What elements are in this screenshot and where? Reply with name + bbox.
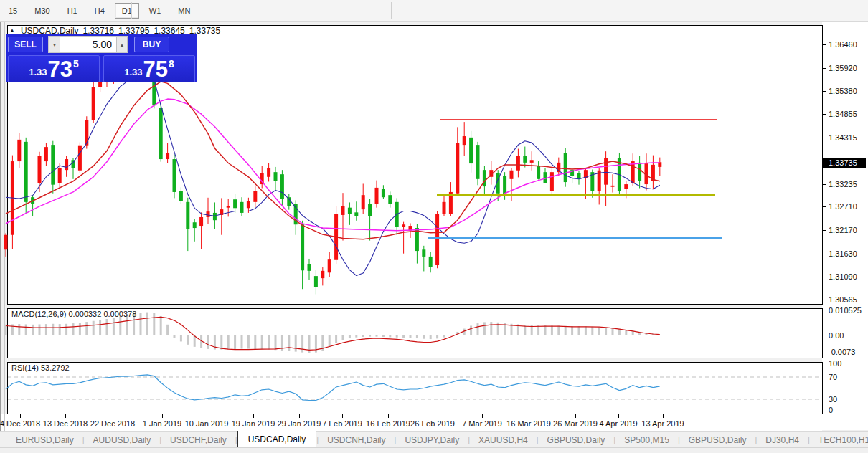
macd-bar [490, 322, 492, 335]
rsi-axis-label: 30 [829, 395, 837, 404]
chart-tab-tech100-h1[interactable]: TECH100,H1 [810, 433, 868, 447]
candle-body [308, 264, 311, 271]
date-label: 26 Mar 2019 [553, 419, 598, 428]
chart-tab-usdcad-daily[interactable]: USDCAD,Daily [237, 431, 317, 447]
macd-bar [174, 335, 176, 338]
sell-button[interactable]: SELL [8, 37, 43, 52]
svg-text:1.33735: 1.33735 [829, 158, 857, 167]
candle-body [193, 222, 197, 228]
chart-tab-gbpusd-daily[interactable]: GBPUSD,Daily [539, 433, 614, 447]
chart-tab-usdcnh-daily[interactable]: USDCNH,Daily [319, 433, 394, 447]
macd-bar [268, 335, 270, 350]
macd-bar [65, 324, 67, 335]
buy-button[interactable]: BUY [134, 37, 169, 52]
macd-bar [25, 324, 27, 335]
macd-bar [52, 324, 54, 335]
candle-body [469, 138, 473, 163]
macd-bar [166, 325, 169, 335]
candle-body [207, 211, 210, 217]
candle-body [328, 259, 331, 272]
candle-body [213, 213, 217, 220]
collapse-panel-icon[interactable]: ▲ [9, 27, 15, 34]
chart-tab-usdjpy-daily[interactable]: USDJPY,Daily [396, 433, 468, 447]
macd-bar [463, 329, 466, 335]
macd-bar [247, 335, 250, 349]
macd-bar [410, 335, 412, 338]
candle-body [577, 173, 581, 179]
macd-bar [59, 324, 61, 335]
macd-bar [220, 335, 222, 350]
macd-bar [591, 327, 593, 335]
chart-tab-sp500-m15[interactable]: SP500,M15 [615, 433, 678, 447]
macd-bar [153, 313, 155, 335]
macd-bar [605, 328, 607, 335]
candle-body [159, 108, 163, 159]
macd-bar [106, 319, 108, 335]
candle-wick [208, 198, 209, 224]
candle-body [4, 235, 8, 250]
macd-bar [146, 313, 148, 335]
macd-bar [187, 335, 189, 345]
candle-body [65, 159, 68, 170]
buy-price-sup: 8 [169, 58, 174, 70]
candle-body [58, 168, 62, 183]
macd-bar [342, 335, 344, 340]
macd-bar [430, 335, 432, 339]
sell-price-button[interactable]: 1.33 73 5 [8, 55, 100, 82]
candle-body [550, 172, 554, 191]
chart-tab-gbpusd-daily[interactable]: GBPUSD,Daily [680, 433, 755, 447]
candle-body [354, 212, 358, 216]
macd-bar [349, 335, 351, 338]
date-label: 16 Feb 2019 [366, 419, 410, 428]
macd-bar [551, 325, 553, 335]
macd-bar [450, 335, 452, 335]
macd-bar [200, 335, 202, 348]
macd-label: MACD(12,26,9) 0.000332 0.000378 [11, 310, 136, 318]
macd-bar [416, 335, 418, 338]
date-label: 7 Mar 2019 [462, 419, 502, 428]
candle-wick [221, 198, 222, 234]
candle-wick [613, 174, 613, 192]
candle-body [368, 204, 372, 216]
date-label: 22 Dec 2018 [90, 419, 135, 428]
volume-decrease-icon[interactable]: ▼ [49, 37, 60, 52]
macd-bar [402, 335, 405, 338]
candle-body [227, 206, 230, 208]
macd-bar [369, 335, 371, 337]
macd-bar [483, 322, 486, 335]
candle-body [267, 168, 270, 177]
candle-body [435, 214, 439, 265]
volume-input[interactable] [60, 37, 116, 52]
rsi-axis-label: 0 [829, 406, 833, 414]
macd-axis-label: 0.00 [829, 331, 844, 340]
candle-body [382, 189, 385, 197]
candle-body [476, 145, 480, 179]
candle-body [17, 140, 21, 161]
candle-body [173, 159, 176, 192]
candle-body [638, 163, 641, 181]
candle-body [321, 271, 324, 278]
date-label: 7 Feb 2019 [322, 419, 362, 428]
candle-body [523, 156, 527, 163]
current-price-label: 1.33735 [823, 158, 866, 168]
candle-body [38, 156, 42, 183]
chart-tab-xauusd-h4[interactable]: XAUUSD,H4 [470, 433, 537, 447]
candle-body [166, 153, 169, 159]
volume-increase-icon[interactable]: ▲ [116, 37, 128, 52]
chart-tab-eurusd-daily[interactable]: EURUSD,Daily [7, 433, 82, 447]
chart-tab-usdchf-daily[interactable]: USDCHF,Daily [161, 433, 235, 447]
date-label: 19 Jan 2019 [232, 419, 275, 428]
macd-bar [288, 335, 290, 351]
buy-price-big: 75 [143, 59, 168, 80]
buy-price-button[interactable]: 1.33 75 8 [103, 55, 195, 82]
macd-axis-label: 0.010525 [829, 306, 862, 315]
macd-bar [571, 326, 573, 335]
svg-text:1.30565: 1.30565 [829, 295, 857, 304]
candle-body [544, 172, 547, 183]
chart-tab-dj30-h4[interactable]: DJ30,H4 [757, 433, 808, 447]
date-label: 4 Apr 2019 [599, 419, 637, 428]
candle-wick [423, 246, 424, 272]
chart-tab-audusd-daily[interactable]: AUDUSD,Daily [85, 433, 160, 447]
macd-bar [99, 320, 101, 335]
macd-bar [241, 335, 243, 349]
